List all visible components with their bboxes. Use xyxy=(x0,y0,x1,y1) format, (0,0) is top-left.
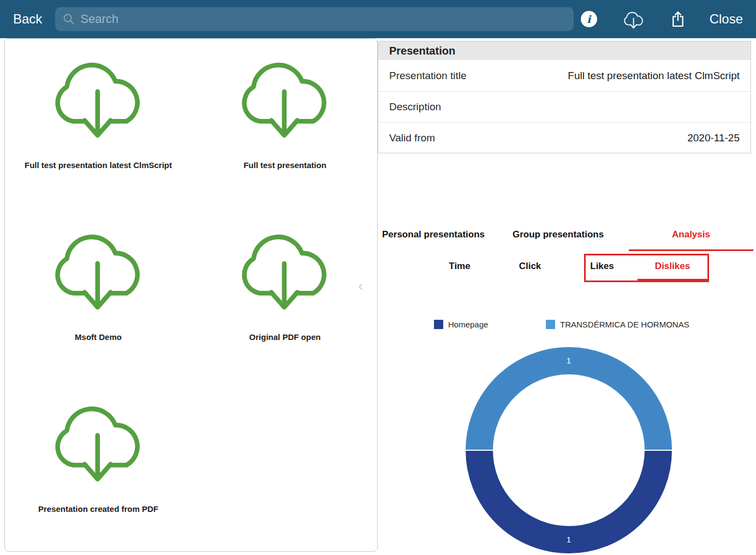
chevron-left-icon: ‹ xyxy=(358,278,363,294)
donut-slice-value-label: 1 xyxy=(567,356,571,365)
share-icon[interactable] xyxy=(670,10,686,28)
cloud-download-icon xyxy=(43,49,154,142)
active-tab-underline xyxy=(629,249,753,251)
legend-item-transdermica: TRANSDÉRMICA DE HORMONAS xyxy=(546,320,689,329)
info-row-label: Presentation title xyxy=(389,70,467,82)
library-item-label: Full test presentation xyxy=(243,160,326,170)
library-item[interactable]: Original PDF open xyxy=(192,220,378,392)
tab-group-presentations[interactable]: Group presentations xyxy=(513,229,604,240)
donut-chart: 11 xyxy=(463,345,674,555)
cloud-download-icon xyxy=(43,392,154,486)
close-button[interactable]: Close xyxy=(710,11,743,27)
cloud-download-icon xyxy=(43,220,154,314)
search-box[interactable] xyxy=(55,7,574,31)
donut-slice-value-label: 1 xyxy=(567,535,571,544)
legend-item-homepage: Homepage xyxy=(434,320,488,329)
subtab-click[interactable]: Click xyxy=(508,261,552,272)
tab-personal-presentations[interactable]: Personal presentations xyxy=(382,229,485,240)
tab-bar: Personal presentations Group presentatio… xyxy=(378,229,753,253)
search-icon xyxy=(63,13,75,25)
analysis-subtab-bar: Time Click Likes Dislikes xyxy=(378,256,753,283)
legend-label: TRANSDÉRMICA DE HORMONAS xyxy=(560,320,689,329)
library-item-label: Original PDF open xyxy=(249,332,321,342)
tab-analysis[interactable]: Analysis xyxy=(629,229,753,240)
library-item[interactable]: Presentation created from PDF xyxy=(5,392,192,552)
chart-legend: Homepage TRANSDÉRMICA DE HORMONAS xyxy=(378,320,753,331)
top-bar-actions: i Close xyxy=(581,9,743,29)
legend-swatch xyxy=(546,320,555,329)
library-grid: Full test presentation latest ClmScript … xyxy=(5,39,377,552)
cloud-download-icon xyxy=(229,220,341,314)
info-row-description: Description xyxy=(378,91,751,122)
legend-swatch xyxy=(434,320,443,329)
cloud-download-icon xyxy=(229,49,341,142)
search-input[interactable] xyxy=(80,12,566,26)
app-window: Back i Close xyxy=(0,0,756,555)
library-item[interactable]: Full test presentation latest ClmScript xyxy=(5,49,192,220)
top-bar: Back i Close xyxy=(0,0,756,38)
info-row-label: Valid from xyxy=(389,132,435,144)
library-item[interactable]: Full test presentation xyxy=(192,49,378,220)
info-icon[interactable]: i xyxy=(581,11,597,27)
info-card-header: Presentation xyxy=(378,41,751,60)
active-subtab-underline xyxy=(638,279,709,281)
subtab-time[interactable]: Time xyxy=(438,261,481,272)
info-row-valid-from: Valid from 2020-11-25 xyxy=(378,122,751,153)
library-item[interactable]: Msoft Demo xyxy=(5,220,192,392)
legend-label: Homepage xyxy=(448,320,488,329)
info-row-title: Presentation title Full test presentatio… xyxy=(378,60,751,91)
cloud-download-icon[interactable] xyxy=(621,9,646,29)
back-button[interactable]: Back xyxy=(13,11,42,27)
info-row-value: 2020-11-25 xyxy=(687,132,740,144)
library-item-label: Presentation created from PDF xyxy=(38,504,158,514)
presentation-library-panel: Full test presentation latest ClmScript … xyxy=(4,38,378,552)
red-annotation-box xyxy=(584,254,709,282)
library-item-label: Full test presentation latest ClmScript xyxy=(25,160,172,170)
library-item-label: Msoft Demo xyxy=(75,332,122,342)
info-row-label: Description xyxy=(389,101,441,113)
presentation-info-card: Presentation Presentation title Full tes… xyxy=(378,41,751,153)
info-row-value: Full test presentation latest ClmScript xyxy=(568,70,740,82)
